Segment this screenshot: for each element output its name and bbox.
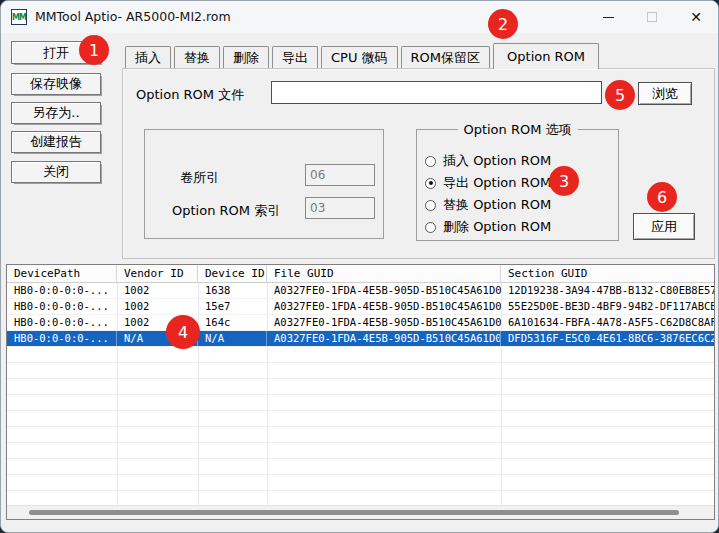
- cell-device-path: HB0-0:0-0:0-...: [7, 331, 117, 346]
- radio-icon-selected: [425, 178, 436, 189]
- annotation-marker-6: 6: [647, 182, 677, 212]
- index-group-box: 卷所引 Option ROM 索引: [144, 129, 384, 239]
- cell-file-guid: A0327FE0-1FDA-4E5B-905D-B510C45A61D0: [267, 299, 501, 314]
- volume-index-label: 卷所引: [180, 169, 219, 187]
- horizontal-scrollbar[interactable]: [7, 505, 714, 519]
- column-header-file-guid[interactable]: File GUID: [267, 265, 501, 283]
- annotation-number: 1: [89, 41, 99, 60]
- radio-label: 替换 Option ROM: [443, 196, 551, 214]
- table-row[interactable]: HB0-0:0-0:0-... 1002 1638 A0327FE0-1FDA-…: [7, 283, 714, 299]
- radio-icon: [425, 156, 436, 167]
- window-title: MMTool Aptio- AR5000-MI2.rom: [35, 9, 231, 24]
- close-file-button[interactable]: 关闭: [11, 161, 101, 183]
- minimize-button[interactable]: [586, 1, 630, 33]
- annotation-number: 3: [559, 172, 569, 191]
- create-report-button[interactable]: 创建报告: [11, 131, 101, 153]
- table-row[interactable]: HB0-0:0-0:0-... 1002 15e7 A0327FE0-1FDA-…: [7, 299, 714, 315]
- app-icon: MM: [11, 9, 27, 25]
- cell-file-guid: A0327FE0-1FDA-4E5B-905D-B510C45A61D0: [267, 331, 501, 346]
- radio-label: 删除 Option ROM: [443, 218, 551, 236]
- save-image-button[interactable]: 保存映像: [11, 73, 101, 95]
- cell-section-guid: DFD5316F-E5C0-4E61-8BC6-3876EC6C208: [501, 331, 715, 346]
- volume-index-field: [305, 164, 375, 186]
- option-rom-index-field: [305, 197, 375, 219]
- cell-file-guid: A0327FE0-1FDA-4E5B-905D-B510C45A61D0: [267, 283, 501, 298]
- tab-option-rom[interactable]: Option ROM: [493, 43, 599, 69]
- option-rom-file-input[interactable]: [271, 81, 602, 104]
- close-icon: ✕: [690, 9, 702, 25]
- radio-label: 插入 Option ROM: [443, 152, 551, 170]
- annotation-number: 2: [498, 15, 508, 34]
- option-rom-options-group: Option ROM 选项 插入 Option ROM 导出 Option RO…: [416, 129, 619, 241]
- tab-insert[interactable]: 插入: [125, 46, 171, 68]
- cell-section-guid: 12D19238-3A94-47BB-B132-C80EB8E57F1: [501, 283, 715, 298]
- minimize-icon: [603, 17, 614, 18]
- annotation-number: 4: [178, 323, 188, 342]
- column-header-device-path[interactable]: DevicePath: [7, 265, 117, 283]
- annotation-marker-1: 1: [79, 35, 109, 65]
- empty-grid-area: [7, 347, 714, 507]
- cell-device-id: 164c: [198, 315, 267, 330]
- column-header-device-id[interactable]: Device ID: [198, 265, 267, 283]
- tab-bar: 插入 替换 删除 导出 CPU 微码 ROM保留区 Option ROM: [125, 43, 602, 69]
- tab-cpu-microcode[interactable]: CPU 微码: [321, 46, 398, 68]
- cell-device-path: HB0-0:0-0:0-...: [7, 283, 117, 298]
- annotation-marker-5: 5: [605, 80, 635, 110]
- table-body: HB0-0:0-0:0-... 1002 1638 A0327FE0-1FDA-…: [7, 283, 714, 505]
- annotation-number: 6: [657, 188, 667, 207]
- tab-replace[interactable]: 替换: [174, 46, 220, 68]
- app-window: MM MMTool Aptio- AR5000-MI2.rom ✕ 打开 保存映…: [0, 0, 719, 533]
- annotation-marker-2: 2: [488, 9, 518, 39]
- cell-device-id: 15e7: [198, 299, 267, 314]
- cell-device-id: N/A: [198, 331, 267, 346]
- cell-vendor-id: 1002: [117, 299, 198, 314]
- table-header: DevicePath Vendor ID Device ID File GUID…: [7, 265, 714, 283]
- save-as-button[interactable]: 另存为..: [11, 102, 101, 124]
- tab-extract[interactable]: 导出: [272, 46, 318, 68]
- title-bar: MM MMTool Aptio- AR5000-MI2.rom ✕: [1, 1, 718, 33]
- tab-rom-hole[interactable]: ROM保留区: [401, 46, 490, 68]
- option-rom-index-label: Option ROM 索引: [172, 202, 280, 220]
- radio-icon: [425, 200, 436, 211]
- column-header-vendor-id[interactable]: Vendor ID: [117, 265, 198, 283]
- cell-file-guid: A0327FE0-1FDA-4E5B-905D-B510C45A61D0: [267, 315, 501, 330]
- radio-extract-option-rom[interactable]: 导出 Option ROM: [425, 174, 551, 192]
- column-header-section-guid[interactable]: Section GUID: [501, 265, 714, 283]
- option-rom-file-label: Option ROM 文件: [136, 86, 244, 104]
- cell-device-path: HB0-0:0-0:0-...: [7, 315, 117, 330]
- radio-replace-option-rom[interactable]: 替换 Option ROM: [425, 196, 551, 214]
- radio-delete-option-rom[interactable]: 删除 Option ROM: [425, 218, 551, 236]
- browse-button[interactable]: 浏览: [638, 82, 692, 105]
- table-row[interactable]: HB0-0:0-0:0-... 1002 164c A0327FE0-1FDA-…: [7, 315, 714, 331]
- cell-device-path: HB0-0:0-0:0-...: [7, 299, 117, 314]
- annotation-marker-4: 4: [166, 315, 200, 349]
- maximize-button[interactable]: [630, 1, 674, 33]
- cell-device-id: 1638: [198, 283, 267, 298]
- cell-section-guid: 55E25D0E-BE3D-4BF9-94B2-DF117ABCBC1: [501, 299, 715, 314]
- apply-button[interactable]: 应用: [633, 213, 695, 240]
- annotation-marker-3: 3: [549, 166, 579, 196]
- radio-icon: [425, 222, 436, 233]
- option-rom-table: DevicePath Vendor ID Device ID File GUID…: [6, 264, 715, 520]
- cell-section-guid: 6A101634-FBFA-4A78-A5F5-C62D8C8AFF6: [501, 315, 715, 330]
- cell-vendor-id: 1002: [117, 283, 198, 298]
- close-button[interactable]: ✕: [674, 1, 718, 33]
- scrollbar-thumb[interactable]: [29, 510, 679, 515]
- table-row-selected[interactable]: HB0-0:0-0:0-... N/A N/A A0327FE0-1FDA-4E…: [7, 331, 714, 347]
- options-group-title: Option ROM 选项: [457, 121, 577, 139]
- maximize-icon: [647, 12, 657, 22]
- radio-insert-option-rom[interactable]: 插入 Option ROM: [425, 152, 551, 170]
- radio-label: 导出 Option ROM: [443, 174, 551, 192]
- annotation-number: 5: [615, 86, 625, 105]
- tab-delete[interactable]: 删除: [223, 46, 269, 68]
